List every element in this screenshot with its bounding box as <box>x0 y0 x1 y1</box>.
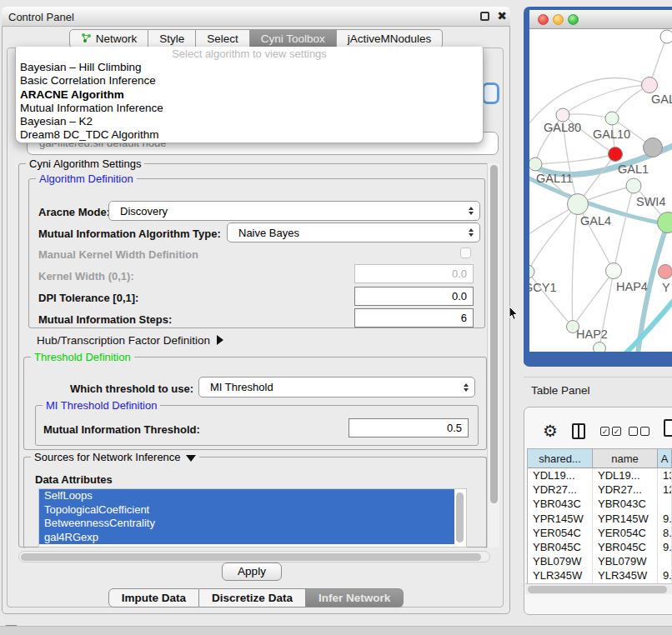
tab-discretize-data[interactable]: Discretize Data <box>199 588 306 608</box>
zoom-traffic-light-icon[interactable] <box>568 14 579 25</box>
sources-group-title[interactable]: Sources for Network Inference <box>31 451 199 463</box>
tab-cyni-toolbox[interactable]: Cyni Toolbox <box>250 29 337 48</box>
node-label-swi4: SWI4 <box>636 195 665 208</box>
dpi-tolerance-label: DPI Tolerance [0,1]: <box>38 292 138 304</box>
network-node[interactable] <box>529 158 542 171</box>
algorithm-option-bayesian-hill-climbing[interactable]: Bayesian – Hill Climbing <box>16 61 483 74</box>
tab-label: Cyni Toolbox <box>261 32 325 45</box>
which-threshold-combo[interactable]: MI Threshold <box>198 377 475 398</box>
network-view-window: GALGAL80GAL10GAL1GAL11SWI4GAL4GCY1HAP4YH… <box>524 7 672 367</box>
network-window-titlebar[interactable] <box>529 10 672 29</box>
table-cell: YDL19... <box>593 468 658 482</box>
tab-select[interactable]: Select <box>196 29 250 48</box>
table-horizontal-scrollbar[interactable] <box>525 583 672 594</box>
mi-threshold-field[interactable]: 0.5 <box>349 418 469 438</box>
attribute-item-topologicalcoefficient[interactable]: TopologicalCoefficient <box>39 503 454 518</box>
settings-vertical-scrollbar[interactable] <box>487 163 499 548</box>
network-node[interactable] <box>594 342 606 352</box>
unchecked-checkbox-icon[interactable] <box>629 427 638 436</box>
table-row[interactable]: YDR27...YDR27...12 <box>528 482 672 497</box>
tab-jactivemnodules[interactable]: jActiveMNodules <box>337 29 444 48</box>
close-icon[interactable]: ✖ <box>495 9 509 22</box>
attribute-item-selfloops[interactable]: SelfLoops <box>39 489 454 503</box>
hub-definition-toggle[interactable]: Hub/Transcription Factor Definition <box>37 334 223 347</box>
tab-impute-data[interactable]: Impute Data <box>108 588 199 608</box>
network-node[interactable] <box>556 108 569 122</box>
close-traffic-light-icon[interactable] <box>538 14 549 25</box>
network-node[interactable] <box>660 30 672 43</box>
aracne-mode-combo[interactable]: Discovery <box>108 201 480 221</box>
network-node[interactable] <box>605 112 619 125</box>
settings-horizontal-scrollbar[interactable] <box>18 551 490 562</box>
network-node[interactable] <box>568 194 589 215</box>
unchecked-checkbox-icon[interactable] <box>640 427 649 436</box>
gear-icon[interactable]: ⚙ <box>543 421 558 441</box>
algorithm-option-aracne-algorithm[interactable]: ARACNE Algorithm <box>16 88 483 102</box>
network-edge[interactable] <box>572 204 578 327</box>
control-panel-titlebar <box>2 7 510 27</box>
table-cell: 9. <box>658 540 672 554</box>
split-columns-icon[interactable] <box>572 423 585 439</box>
algorithm-option-mutual-information-inference[interactable]: Mutual Information Inference <box>16 102 483 115</box>
table-row[interactable]: YBR045CYBR045C9. <box>528 540 672 554</box>
attribute-item-gal4rgexp[interactable]: gal4RGexp <box>39 531 454 545</box>
status-strip <box>0 626 672 635</box>
table-row[interactable]: YPR145WYPR145W9. <box>528 512 672 526</box>
table-cell: YBL079W <box>528 554 593 568</box>
network-node[interactable] <box>529 265 534 278</box>
stepper-arrows-icon <box>469 207 474 215</box>
manual-kernel-checkbox[interactable] <box>460 248 471 258</box>
network-edge[interactable] <box>529 272 573 327</box>
column-header-name[interactable]: name <box>593 449 658 468</box>
table-row[interactable]: YER054CYER054C8. <box>528 526 672 540</box>
network-edge[interactable] <box>563 85 649 115</box>
dpi-tolerance-field[interactable]: 0.0 <box>354 287 474 306</box>
threshold-definition-title: Threshold Definition <box>31 351 134 363</box>
apply-button[interactable]: Apply <box>222 562 282 581</box>
attribute-item-betweennesscentrality[interactable]: BetweennessCentrality <box>39 517 454 531</box>
table-row[interactable]: YDL19...YDL19...13 <box>528 468 672 482</box>
network-node[interactable] <box>642 78 658 93</box>
network-edge[interactable] <box>535 154 615 164</box>
tab-style[interactable]: Style <box>148 29 196 48</box>
mi-steps-label: Mutual Information Steps: <box>38 313 172 326</box>
document-icon[interactable] <box>664 419 672 437</box>
network-edge[interactable] <box>529 204 578 272</box>
mi-type-combo[interactable]: Naive Bayes <box>227 222 480 242</box>
node-label-gal1: GAL1 <box>618 162 649 176</box>
focused-spinner-button[interactable] <box>482 82 499 104</box>
network-node[interactable] <box>659 265 672 279</box>
mi-steps-field[interactable]: 6 <box>354 308 474 328</box>
network-edge[interactable] <box>614 186 634 271</box>
network-edge[interactable] <box>563 114 612 118</box>
attributes-scrollbar[interactable] <box>456 492 464 542</box>
settings-group-title: Cyni Algorithm Settings <box>26 158 144 170</box>
tab-network[interactable]: Network <box>69 29 149 48</box>
network-node[interactable] <box>658 212 672 233</box>
network-node[interactable] <box>626 178 641 193</box>
checked-checkbox-icon[interactable]: ✓ <box>612 427 621 436</box>
column-header-a[interactable]: A <box>658 449 672 468</box>
table-row[interactable]: YBR043CYBR043C <box>528 497 672 511</box>
network-canvas[interactable]: GALGAL80GAL10GAL1GAL11SWI4GAL4GCY1HAP4YH… <box>529 29 672 352</box>
checked-checkbox-icon[interactable]: ✓ <box>600 427 609 436</box>
table-row[interactable]: YBL079WYBL079W <box>528 554 672 568</box>
minimize-traffic-light-icon[interactable] <box>553 14 564 25</box>
algorithm-option-dream8-dc-tdc-algorithm[interactable]: Dream8 DC_TDC Algorithm <box>16 128 483 142</box>
algorithm-option-bayesian-k2[interactable]: Bayesian – K2 <box>16 115 483 128</box>
table-row[interactable]: YLR345WYLR345W9. <box>528 568 672 582</box>
column-header-shared-[interactable]: shared... <box>528 449 593 468</box>
network-node[interactable] <box>609 148 623 162</box>
kernel-width-field[interactable]: 0.0 <box>354 264 474 283</box>
table-cell: YLR345W <box>528 568 593 582</box>
algorithm-option-basic-correlation-inference[interactable]: Basic Correlation Inference <box>16 74 483 88</box>
network-node[interactable] <box>606 263 622 279</box>
float-window-icon[interactable] <box>480 12 489 21</box>
network-node[interactable] <box>644 138 663 158</box>
node-table: shared...nameA YDL19...YDL19...13YDR27..… <box>527 448 672 583</box>
network-edge[interactable] <box>573 271 614 327</box>
desktop: Control Panel ✖ NetworkStyleSelectCyni T… <box>0 0 672 635</box>
tab-infer-network[interactable]: Infer Network <box>306 588 404 608</box>
node-label-gcy1: GCY1 <box>529 281 557 294</box>
table-cell: YBR043C <box>593 497 658 511</box>
